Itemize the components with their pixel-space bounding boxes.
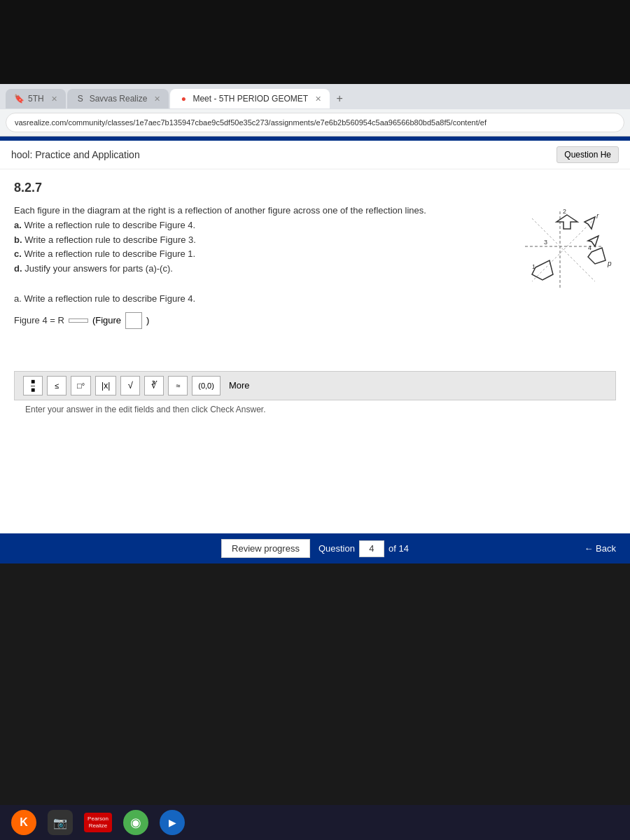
figure-input-box[interactable]	[125, 312, 142, 329]
tab-meet[interactable]: ● Meet - 5TH PERIOD GEOMET ✕	[170, 89, 330, 108]
answer-row: Figure 4 = R (Figure )	[14, 312, 616, 329]
question-nav: Question of 14	[318, 540, 409, 557]
math-btn-degree[interactable]: □°	[71, 376, 91, 396]
svg-text:1: 1	[532, 263, 536, 270]
tab-meet-close[interactable]: ✕	[315, 94, 321, 104]
paren-open: (Figure	[92, 315, 121, 326]
diagram-container: p r 2 3 1 4	[504, 204, 616, 295]
address-bar[interactable]: vasrealize.com/community/classes/1e7aec7…	[6, 113, 624, 132]
tab-5th-label: 5TH	[28, 94, 44, 104]
new-tab-button[interactable]: +	[331, 90, 348, 107]
address-bar-row: vasrealize.com/community/classes/1e7aec7…	[0, 109, 630, 136]
question-number: 8.2.7	[14, 181, 616, 195]
address-text: vasrealize.com/community/classes/1e7aec7…	[15, 118, 486, 127]
question-part-d: d.	[14, 263, 22, 274]
dark-background-top	[0, 0, 630, 84]
review-progress-button[interactable]: Review progress	[221, 539, 310, 558]
math-btn-approx[interactable]: ≈	[168, 376, 188, 396]
tab-savvas[interactable]: S Savvas Realize ✕	[67, 89, 169, 108]
tab-5th[interactable]: 🔖 5TH ✕	[6, 89, 66, 108]
paren-close: )	[146, 315, 149, 326]
tab-savvas-close[interactable]: ✕	[154, 94, 160, 104]
page-header: hool: Practice and Application Question …	[0, 141, 630, 169]
math-btn-cbrt[interactable]: ∛	[144, 376, 164, 396]
tab-bar: 🔖 5TH ✕ S Savvas Realize ✕ ● Meet - 5TH …	[0, 84, 630, 109]
browser-chrome: 🔖 5TH ✕ S Savvas Realize ✕ ● Meet - 5TH …	[0, 84, 630, 136]
svg-text:3: 3	[544, 239, 547, 246]
play-taskbar-icon[interactable]: ▶	[160, 810, 185, 835]
circle-taskbar-icon[interactable]: ◉	[123, 810, 148, 835]
question-help-button[interactable]: Question He	[556, 146, 619, 163]
main-content: hool: Practice and Application Question …	[0, 136, 630, 564]
svg-text:4: 4	[588, 244, 592, 251]
math-btn-absolute[interactable]: |x|	[95, 376, 116, 396]
math-toolbar: ■■ ≤ □° |x| √ ∛ ≈ (0,0)	[14, 371, 616, 400]
svg-text:p: p	[607, 260, 612, 267]
tab-5th-close[interactable]: ✕	[51, 94, 57, 104]
math-btn-fraction[interactable]: ■■	[23, 376, 43, 396]
question-label: Question	[318, 543, 355, 554]
bottom-instruction: Enter your answer in the edit fields and…	[14, 400, 616, 419]
of-label: of 14	[388, 543, 409, 554]
back-button[interactable]: ← Back	[584, 543, 616, 554]
tab-meet-icon: ●	[178, 94, 188, 104]
r-subscript-button[interactable]	[69, 318, 88, 323]
tab-savvas-icon: S	[76, 94, 85, 104]
taskbar: K 📷 PearsonRealize ◉ ▶	[0, 805, 630, 840]
footer-nav: Review progress Question of 14 ← Back	[0, 533, 630, 564]
question-part-a: a.	[14, 220, 22, 230]
svg-text:2: 2	[563, 208, 566, 215]
question-part-c: c.	[14, 248, 22, 259]
diagram-svg: p r 2 3 1 4	[504, 204, 616, 295]
svg-text:r: r	[596, 212, 599, 220]
question-number-input[interactable]	[359, 540, 384, 557]
content-area: 8.2.7 Each figure in the diagram at the …	[0, 169, 630, 533]
question-intro-text: Each figure in the diagram at the right …	[14, 204, 490, 276]
math-btn-sqrt[interactable]: √	[120, 376, 140, 396]
math-btn-coord[interactable]: (0,0)	[192, 376, 220, 396]
math-btn-mixed[interactable]: ≤	[47, 376, 66, 396]
page-header-title: hool: Practice and Application	[11, 149, 140, 160]
math-btn-more[interactable]: More	[225, 378, 254, 393]
tab-savvas-label: Savvas Realize	[90, 94, 148, 104]
answer-prefix-text: Figure 4 = R	[14, 315, 64, 326]
camera-taskbar-icon[interactable]: 📷	[48, 810, 73, 835]
k-taskbar-icon[interactable]: K	[11, 810, 36, 835]
tab-meet-label: Meet - 5TH PERIOD GEOMET	[192, 94, 308, 104]
question-part-b: b.	[14, 234, 22, 245]
tab-5th-icon: 🔖	[14, 94, 24, 104]
svg-marker-5	[584, 217, 595, 229]
pearson-taskbar-icon[interactable]: PearsonRealize	[84, 813, 112, 832]
